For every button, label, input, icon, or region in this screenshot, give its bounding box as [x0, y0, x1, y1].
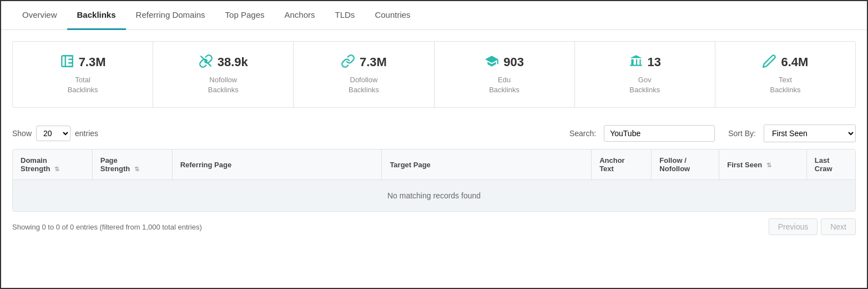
footer-info: Showing 0 to 0 of 0 entries (filtered fr…	[12, 223, 202, 231]
tab-referring-domains[interactable]: Referring Domains	[126, 1, 215, 30]
gov-backlinks-label: GovBacklinks	[629, 75, 660, 95]
controls-row: Show 20 50 100 entries Search: Sort By: …	[1, 119, 867, 149]
gov-backlinks-icon	[629, 54, 643, 71]
sort-icon-domain-strength: ⇅	[54, 166, 59, 173]
edu-backlinks-label: EduBacklinks	[489, 75, 519, 95]
sort-icon-page-strength: ⇅	[134, 166, 139, 173]
text-backlinks-icon	[762, 54, 776, 71]
total-backlinks-icon	[60, 54, 74, 71]
stat-total-backlinks: 7.3M TotalBacklinks	[13, 42, 153, 107]
nofollow-backlinks-icon	[199, 54, 213, 71]
sortby-select[interactable]: First Seen Last Crawl Domain Strength Pa…	[764, 124, 856, 142]
dofollow-backlinks-value: 7.3M	[360, 55, 387, 69]
total-backlinks-value: 7.3M	[79, 55, 106, 69]
col-anchor-text[interactable]: Anchor Text	[592, 150, 652, 180]
entries-label: entries	[75, 129, 98, 138]
stat-edu-backlinks: 903 EduBacklinks	[435, 42, 575, 107]
svg-rect-0	[62, 56, 73, 67]
text-backlinks-label: TextBacklinks	[770, 75, 800, 95]
page-wrapper: Overview Backlinks Referring Domains Top…	[0, 0, 868, 289]
stat-gov-backlinks: 13 GovBacklinks	[575, 42, 715, 107]
col-domain-strength[interactable]: Domain Strength ⇅	[13, 150, 92, 180]
entries-select[interactable]: 20 50 100	[36, 126, 70, 141]
stats-row: 7.3M TotalBacklinks 38.9k NofollowBackli…	[12, 41, 856, 108]
stat-nofollow-backlinks: 38.9k NofollowBacklinks	[153, 42, 294, 107]
stat-dofollow-backlinks: 7.3M DofollowBacklinks	[294, 42, 434, 107]
text-backlinks-value: 6.4M	[781, 55, 808, 69]
previous-button: Previous	[769, 218, 817, 235]
tab-tlds[interactable]: TLDs	[325, 1, 365, 30]
nofollow-backlinks-label: NofollowBacklinks	[208, 75, 239, 95]
tab-overview[interactable]: Overview	[12, 1, 67, 30]
edu-backlinks-icon	[485, 54, 499, 71]
table-footer: Showing 0 to 0 of 0 entries (filtered fr…	[1, 212, 867, 242]
col-first-seen[interactable]: First Seen ⇅	[719, 150, 807, 180]
col-last-craw[interactable]: Last Craw	[806, 150, 855, 180]
col-referring-page[interactable]: Referring Page	[172, 150, 382, 180]
dofollow-backlinks-icon	[341, 54, 355, 71]
tab-backlinks[interactable]: Backlinks	[67, 1, 126, 30]
search-input[interactable]	[604, 125, 715, 142]
no-records-row: No matching records found	[13, 180, 855, 212]
tabs-nav: Overview Backlinks Referring Domains Top…	[1, 1, 867, 30]
backlinks-table: Domain Strength ⇅ Page Strength ⇅ Referr…	[13, 150, 855, 211]
no-records-message: No matching records found	[13, 180, 855, 212]
search-label: Search:	[569, 129, 596, 138]
dofollow-backlinks-label: DofollowBacklinks	[349, 75, 379, 95]
nofollow-backlinks-value: 38.9k	[218, 55, 248, 69]
sort-icon-first-seen: ⇅	[766, 162, 771, 169]
show-label: Show	[12, 129, 32, 138]
backlinks-table-container: Domain Strength ⇅ Page Strength ⇅ Referr…	[12, 149, 856, 212]
col-target-page[interactable]: Target Page	[382, 150, 592, 180]
tab-top-pages[interactable]: Top Pages	[215, 1, 275, 30]
stat-text-backlinks: 6.4M TextBacklinks	[715, 42, 855, 107]
tab-countries[interactable]: Countries	[365, 1, 420, 30]
edu-backlinks-value: 903	[503, 55, 524, 69]
next-button: Next	[821, 218, 856, 235]
col-page-strength[interactable]: Page Strength ⇅	[92, 150, 172, 180]
col-follow-nofollow[interactable]: Follow / Nofollow	[652, 150, 719, 180]
sortby-label: Sort By:	[728, 129, 756, 138]
total-backlinks-label: TotalBacklinks	[68, 75, 98, 95]
gov-backlinks-value: 13	[648, 55, 661, 69]
tab-anchors[interactable]: Anchors	[275, 1, 325, 30]
